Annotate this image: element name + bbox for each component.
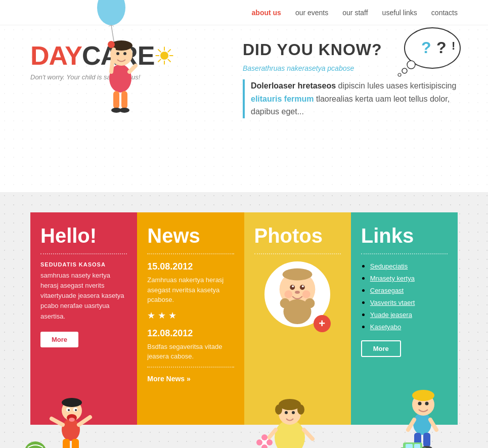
svg-point-15	[116, 52, 119, 55]
link-item-3: Cerasegast	[370, 286, 448, 295]
link-2[interactable]: Mnasety kertya	[370, 275, 415, 282]
hello-title: Hello!	[40, 225, 127, 247]
svg-text:!: !	[452, 39, 455, 52]
svg-point-24	[407, 61, 415, 69]
svg-rect-94	[414, 444, 420, 448]
hello-card: Hello! SEDUDATIS KASOSA samhruas nasety …	[30, 212, 137, 425]
link-4[interactable]: Vasverits vtaert	[370, 299, 415, 306]
links-card: Links Sedupeciatis Mnasety kertya Cerase…	[351, 212, 458, 425]
svg-point-26	[398, 73, 401, 76]
nav-contacts[interactable]: contacts	[431, 9, 458, 17]
svg-line-66	[304, 430, 313, 439]
svg-rect-84	[423, 433, 430, 447]
photos-title: Photos	[254, 225, 341, 247]
svg-point-54	[285, 290, 293, 298]
news-divider-2	[147, 367, 234, 368]
link-6[interactable]: Kasetyabo	[370, 323, 401, 331]
svg-point-35	[69, 418, 75, 422]
svg-point-62	[297, 405, 304, 415]
hero-body: Dolerloaser hretaseos dipiscin lules uas…	[243, 79, 458, 118]
svg-point-14	[108, 41, 115, 48]
link-1[interactable]: Sedupeciatis	[370, 262, 408, 270]
news-card: News 15.08.2012 Zamhruas nakertya herasj…	[137, 212, 244, 425]
svg-line-45	[79, 417, 90, 425]
news-date-1: 15.08.2012	[147, 261, 234, 272]
running-kid-illustration	[20, 359, 121, 448]
svg-point-79	[418, 402, 422, 406]
hello-heading: SEDUDATIS KASOSA	[40, 261, 127, 267]
svg-point-76	[413, 413, 431, 435]
svg-point-52	[302, 285, 304, 287]
svg-line-81	[408, 420, 414, 430]
svg-text:?: ?	[421, 38, 431, 57]
svg-point-69	[256, 439, 262, 445]
link-5[interactable]: Yuade jeasera	[370, 311, 412, 319]
news-text-2: Bsdfas segaveritsa vitade jeasera cabose…	[147, 342, 234, 362]
news-text-1: Zamhruas nakertya herasj asegast nverits…	[147, 275, 234, 305]
nav-useful-links[interactable]: useful links	[382, 9, 417, 17]
hello-divider	[40, 253, 127, 254]
svg-line-65	[267, 430, 276, 440]
hello-more-button[interactable]: More	[40, 332, 78, 347]
cards-section: Hello! SEDUDATIS KASOSA samhruas nasety …	[0, 212, 488, 448]
photos-divider	[254, 253, 341, 254]
link-item-6: Kasetyabo	[370, 322, 448, 331]
svg-point-61	[275, 405, 282, 415]
links-divider	[361, 253, 448, 254]
svg-point-53	[295, 291, 300, 294]
hero-bold-text: Dolerloaser hretaseos	[251, 81, 336, 90]
link-3[interactable]: Cerasegast	[370, 287, 404, 294]
hero-body-text: dipiscin lules uases kertisipiscing	[338, 81, 457, 90]
photos-card: Photos	[244, 212, 351, 425]
links-title: Links	[361, 225, 448, 247]
add-photo-button[interactable]: +	[314, 315, 331, 332]
svg-point-31	[62, 419, 80, 441]
link-item-2: Mnasety kertya	[370, 274, 448, 283]
nav-about-us[interactable]: about us	[252, 9, 281, 17]
links-more-button[interactable]: More	[361, 340, 401, 357]
thought-bubble-icon: ? ? !	[377, 20, 463, 78]
svg-point-63	[285, 411, 288, 414]
svg-point-51	[292, 285, 294, 287]
photo-circle-wrap: +	[254, 261, 341, 327]
svg-rect-20	[121, 91, 127, 109]
nav-our-staff[interactable]: our staff	[342, 9, 368, 17]
hero-left: DAY CARE Don't worry. Your child is safe…	[30, 40, 223, 86]
svg-rect-93	[406, 444, 413, 448]
car-kid-illustration	[372, 364, 473, 448]
svg-point-56	[280, 298, 290, 308]
flowers-kid-illustration	[244, 364, 335, 448]
svg-rect-19	[113, 91, 119, 109]
news-date-2: 12.08.2012	[147, 328, 234, 339]
girl-balloon-illustration	[61, 0, 177, 126]
svg-text:?: ?	[436, 38, 447, 57]
svg-point-68	[261, 434, 268, 440]
svg-point-25	[402, 68, 407, 73]
svg-point-57	[305, 298, 315, 308]
svg-line-17	[111, 50, 114, 72]
link-item-5: Yuade jeasera	[370, 310, 448, 319]
cards-row: Hello! SEDUDATIS KASOSA samhruas nasety …	[0, 212, 488, 425]
svg-point-39	[75, 409, 77, 411]
news-divider	[147, 253, 234, 254]
svg-line-82	[430, 420, 436, 430]
more-news-link[interactable]: More News »	[147, 375, 234, 383]
svg-point-22	[119, 108, 129, 113]
svg-point-55	[302, 290, 310, 298]
links-list: Sedupeciatis Mnasety kertya Cerasegast V…	[361, 261, 448, 331]
svg-point-16	[123, 52, 126, 55]
svg-line-18	[129, 66, 136, 72]
svg-point-38	[68, 409, 70, 411]
link-item-4: Vasverits vtaert	[370, 298, 448, 307]
svg-point-33	[62, 398, 82, 407]
svg-point-47	[283, 268, 313, 281]
did-you-know-heading: DID YOU KNOW?	[243, 40, 382, 59]
hello-body: samhruas nasety kertya herasj asegast nv…	[40, 271, 127, 322]
nav-our-events[interactable]: our events	[295, 9, 328, 17]
svg-line-44	[52, 419, 63, 425]
news-title: News	[147, 225, 234, 247]
hero-right: DID YOU KNOW? ? ? ! Baserathruas nakeras…	[223, 40, 458, 118]
did-you-know-wrap: DID YOU KNOW? ? ? !	[243, 40, 458, 59]
svg-point-80	[425, 402, 429, 406]
hero-highlight: elitauris fermum	[251, 95, 314, 103]
